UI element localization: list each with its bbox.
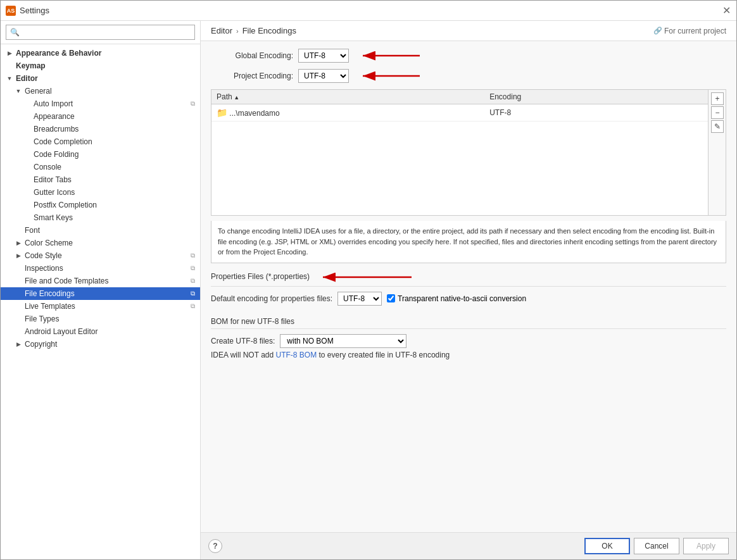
- breadcrumb-bar: Editor › File Encodings 🔗 For current pr…: [201, 21, 736, 41]
- sidebar-label: Code Style: [25, 251, 62, 260]
- sidebar-item-file-types[interactable]: ▶ File Types: [1, 313, 200, 325]
- sidebar-item-code-completion[interactable]: ▶ Code Completion: [1, 135, 200, 148]
- bom-info-suffix: to every created file in UTF-8 encoding: [319, 351, 450, 359]
- transparent-checkbox[interactable]: [387, 294, 395, 302]
- sidebar-item-console[interactable]: ▶ Console: [1, 161, 200, 173]
- encoding-table-container: Path Encoding 📁 ...\mavendamo: [211, 89, 726, 216]
- bottom-bar: ? OK Cancel Apply: [201, 532, 736, 559]
- path-value: ...\mavendamo: [229, 109, 279, 118]
- sidebar-label: Editor Tabs: [34, 175, 72, 184]
- sidebar-item-font[interactable]: ▶ Font: [1, 224, 200, 237]
- folder-icon: 📁: [217, 108, 227, 118]
- sidebar-label: Gutter Icons: [34, 188, 75, 197]
- cancel-button[interactable]: Cancel: [634, 538, 679, 554]
- sidebar-item-file-code-templates[interactable]: ▶ File and Code Templates ⧉: [1, 275, 200, 287]
- sidebar-item-color-scheme[interactable]: ▶ Color Scheme: [1, 237, 200, 249]
- sidebar-label: Copyright: [25, 340, 57, 349]
- project-arrow-annotation: [356, 69, 432, 83]
- sidebar-item-inspections[interactable]: ▶ Inspections ⧉: [1, 262, 200, 275]
- copy-icon: ⧉: [191, 264, 195, 272]
- sidebar-item-editor[interactable]: ▼ Editor: [1, 72, 200, 85]
- sidebar-label: Appearance: [34, 112, 75, 121]
- expand-arrow: ▶: [6, 49, 13, 57]
- transparent-label: Transparent native-to-ascii conversion: [398, 294, 526, 303]
- apply-button[interactable]: Apply: [683, 538, 729, 554]
- bom-create-row: Create UTF-8 files: with NO BOM with BOM…: [211, 334, 726, 348]
- expand-arrow: ▶: [15, 239, 22, 247]
- sidebar-label: File Encodings: [25, 289, 75, 298]
- settings-window: AS Settings ✕ ▶ Appearance & Behavior ▶: [0, 0, 737, 560]
- table-row[interactable]: 📁 ...\mavendamo UTF-8: [211, 104, 708, 121]
- sidebar-item-postfix-completion[interactable]: ▶ Postfix Completion: [1, 199, 200, 211]
- global-encoding-select[interactable]: UTF-8 UTF-16 ISO-8859-1: [298, 49, 349, 63]
- sidebar-label: Live Templates: [25, 302, 75, 311]
- table-action-buttons: + − ✎: [708, 90, 726, 215]
- sidebar-label: Smart Keys: [34, 213, 73, 222]
- sidebar-item-code-style[interactable]: ▶ Code Style ⧉: [1, 249, 200, 262]
- bom-select[interactable]: with NO BOM with BOM with BOM if Windows…: [280, 334, 406, 348]
- remove-row-button[interactable]: −: [711, 106, 724, 119]
- properties-arrow: [317, 271, 418, 283]
- sidebar-label: Console: [34, 163, 61, 171]
- encoding-table: Path Encoding 📁 ...\mavendamo: [211, 90, 708, 121]
- transparent-checkbox-row: Transparent native-to-ascii conversion: [387, 294, 526, 303]
- bom-info: IDEA will NOT add UTF-8 BOM to every cre…: [211, 351, 726, 359]
- sidebar-item-code-folding[interactable]: ▶ Code Folding: [1, 148, 200, 161]
- sidebar-label: Postfix Completion: [34, 201, 97, 209]
- sidebar-item-appearance-behavior[interactable]: ▶ Appearance & Behavior: [1, 47, 200, 59]
- properties-section-title: Properties Files (*.properties): [211, 271, 726, 287]
- breadcrumb-current: File Encodings: [243, 26, 296, 35]
- encoding-column-header[interactable]: Encoding: [484, 90, 708, 104]
- sidebar-label: Keymap: [16, 61, 46, 70]
- breadcrumb-parent: Editor: [211, 26, 232, 35]
- path-column-header[interactable]: Path: [211, 90, 484, 104]
- bom-section-title: BOM for new UTF-8 files: [211, 317, 726, 329]
- project-encoding-select[interactable]: UTF-8 UTF-16 ISO-8859-1: [298, 69, 349, 83]
- sidebar-label: Android Layout Editor: [25, 327, 98, 336]
- sidebar-item-keymap[interactable]: ▶ Keymap: [1, 59, 200, 72]
- search-box: [1, 21, 200, 44]
- sidebar-item-breadcrumbs[interactable]: ▶ Breadcrumbs: [1, 123, 200, 135]
- project-encoding-row: Project Encoding: UTF-8 UTF-16 ISO-8859-…: [211, 69, 726, 83]
- sidebar-label: Font: [25, 226, 40, 235]
- sidebar-item-auto-import[interactable]: ▶ Auto Import ⧉: [1, 97, 200, 110]
- sidebar-label: Code Completion: [34, 137, 92, 146]
- link-icon: 🔗: [653, 27, 662, 35]
- copy-icon: ⧉: [191, 100, 195, 108]
- project-encoding-label: Project Encoding:: [211, 72, 293, 80]
- info-text-content: To change encoding IntelliJ IDEA uses fo…: [218, 227, 717, 256]
- sidebar-item-gutter-icons[interactable]: ▶ Gutter Icons: [1, 186, 200, 199]
- close-button[interactable]: ✕: [721, 6, 731, 16]
- sidebar-item-appearance[interactable]: ▶ Appearance: [1, 110, 200, 123]
- sidebar-label: Appearance & Behavior: [16, 49, 101, 58]
- sidebar-label: File and Code Templates: [25, 277, 109, 285]
- sidebar-label: File Types: [25, 314, 59, 323]
- add-row-button[interactable]: +: [711, 92, 724, 105]
- bom-info-link[interactable]: UTF-8 BOM: [276, 351, 319, 359]
- properties-encoding-select[interactable]: UTF-8 UTF-16: [337, 292, 382, 306]
- sidebar-item-android-layout-editor[interactable]: ▶ Android Layout Editor: [1, 325, 200, 338]
- sidebar-item-live-templates[interactable]: ▶ Live Templates ⧉: [1, 300, 200, 313]
- sidebar-item-file-encodings[interactable]: ▶ File Encodings ⧉: [1, 287, 200, 300]
- edit-row-button[interactable]: ✎: [711, 120, 724, 133]
- breadcrumb-sep: ›: [236, 27, 239, 35]
- sidebar-label: Code Folding: [34, 150, 79, 159]
- settings-content: Global Encoding: UTF-8 UTF-16 ISO-8859-1: [201, 41, 736, 532]
- sidebar-item-general[interactable]: ▼ General: [1, 85, 200, 97]
- sidebar-item-copyright[interactable]: ▶ Copyright: [1, 338, 200, 351]
- create-utf8-label: Create UTF-8 files:: [211, 337, 275, 345]
- title-bar: AS Settings ✕: [1, 1, 736, 21]
- ok-button[interactable]: OK: [584, 538, 630, 554]
- copy-icon: ⧉: [191, 290, 195, 297]
- search-input[interactable]: [6, 25, 195, 40]
- sidebar-item-editor-tabs[interactable]: ▶ Editor Tabs: [1, 173, 200, 186]
- for-current-project-link[interactable]: 🔗 For current project: [653, 27, 726, 35]
- help-button[interactable]: ?: [208, 539, 222, 553]
- copy-icon: ⧉: [191, 252, 195, 259]
- sidebar-item-smart-keys[interactable]: ▶ Smart Keys: [1, 211, 200, 224]
- sidebar-label: Auto Import: [34, 99, 73, 108]
- path-cell: 📁 ...\mavendamo: [211, 104, 484, 121]
- sidebar-label: Color Scheme: [25, 239, 73, 247]
- expand-arrow: ▶: [15, 340, 22, 348]
- properties-section: Properties Files (*.properties): [211, 271, 726, 309]
